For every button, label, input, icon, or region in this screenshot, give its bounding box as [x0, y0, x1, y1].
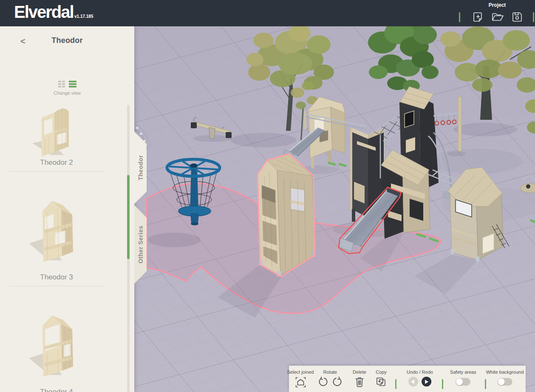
tool-undo-redo: Undo / Redo — [407, 369, 433, 386]
topbar-separator-right — [533, 12, 534, 22]
top-bar: Elverdal v1.17.185 Project — [0, 0, 535, 26]
tool-copy: Copy — [376, 369, 387, 388]
topbar-separator — [459, 12, 460, 22]
undo-button[interactable] — [408, 377, 418, 386]
sidebar-scrollbar[interactable] — [127, 105, 130, 392]
sidebar-scrollbar-thumb[interactable] — [127, 175, 130, 259]
rotate-label: Rotate — [323, 369, 337, 375]
sidebar: < Theodor Change view — [0, 26, 134, 392]
select-joined-button[interactable] — [295, 377, 306, 388]
divider — [8, 171, 104, 172]
undo-icon — [411, 380, 414, 384]
toggle-knob — [456, 378, 463, 385]
list-item-theodor-2[interactable]: Theodor 2 — [0, 74, 127, 189]
tool-rotate: Rotate — [318, 369, 342, 388]
toolbar-separator — [395, 379, 396, 389]
safety-areas-label: Safety areas — [450, 369, 476, 375]
page-title: Theodor — [0, 36, 134, 45]
open-project-icon — [491, 11, 504, 23]
white-background-label: White background — [486, 369, 524, 375]
select-joined-icon — [295, 377, 306, 388]
tool-delete: Delete — [353, 369, 366, 388]
theodor-2-thumbnail — [25, 101, 88, 162]
toggle-knob — [498, 378, 504, 385]
toolbar-separator — [442, 379, 443, 389]
tab-theodor[interactable]: Theodor — [134, 132, 147, 204]
white-background-toggle[interactable] — [497, 378, 512, 386]
rotate-cw-button[interactable] — [332, 377, 342, 388]
bottom-toolbar: Select joined Rotate — [289, 366, 526, 392]
safety-areas-toggle[interactable] — [456, 378, 470, 386]
select-joined-label: Select joined — [287, 369, 314, 375]
delete-button[interactable] — [355, 377, 364, 388]
tool-select-joined: Select joined — [287, 369, 314, 388]
rotate-ccw-button[interactable] — [318, 377, 328, 388]
copy-label: Copy — [376, 369, 387, 375]
rotate-cw-icon — [332, 377, 342, 387]
redo-button[interactable] — [422, 377, 431, 386]
undo-redo-label: Undo / Redo — [407, 369, 433, 375]
tower-selected-center[interactable] — [258, 154, 315, 276]
theodor-3-thumbnail — [25, 192, 88, 269]
list-item-label: Theodor 2 — [0, 158, 113, 167]
app-logo: Elverdal — [14, 3, 74, 21]
redo-icon — [425, 380, 428, 384]
open-project-button[interactable] — [491, 11, 503, 23]
list-item-theodor-3[interactable]: Theodor 3 — [0, 189, 127, 304]
tab-other-series[interactable]: Other Series — [134, 205, 147, 284]
delete-label: Delete — [353, 369, 366, 375]
copy-button[interactable] — [376, 377, 387, 388]
tool-safety-areas: Safety areas — [450, 369, 476, 386]
tool-white-background: White background — [486, 369, 524, 386]
copy-icon — [376, 377, 387, 388]
save-project-icon — [511, 11, 523, 23]
save-project-button[interactable] — [511, 11, 523, 23]
app-version: v1.17.185 — [74, 14, 93, 19]
new-project-icon — [473, 11, 484, 23]
new-project-button[interactable] — [473, 11, 484, 23]
theodor-4-thumbnail — [25, 307, 88, 384]
trash-icon — [355, 377, 364, 387]
divider — [8, 286, 104, 286]
rotate-ccw-icon — [318, 377, 328, 387]
list-item-theodor-4[interactable]: Theodor 4 — [0, 304, 127, 392]
viewport-3d-scene[interactable] — [134, 26, 535, 392]
list-item-label: Theodor 3 — [0, 273, 113, 282]
project-label: Project — [484, 2, 510, 8]
list-item-label: Theodor 4 — [0, 388, 113, 392]
app-window: Elverdal v1.17.185 Project — [0, 0, 535, 392]
